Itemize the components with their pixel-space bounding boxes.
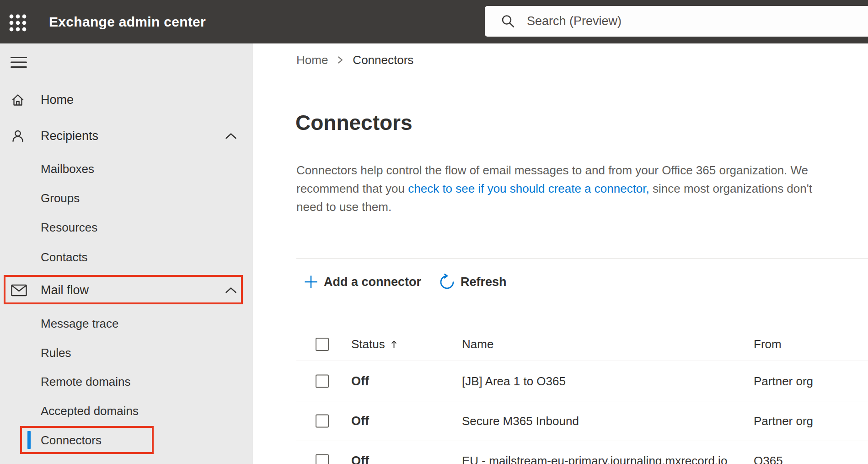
sidebar-item-recipients[interactable]: Recipients xyxy=(0,123,253,149)
sidebar-item-remote-domains[interactable]: Remote domains xyxy=(0,369,253,394)
left-navigation: Home Recipients Mailboxes Groups Reso xyxy=(0,43,253,464)
breadcrumb-home-link[interactable]: Home xyxy=(296,53,328,67)
row-checkbox[interactable] xyxy=(316,454,329,464)
add-connector-button[interactable]: Add a connector xyxy=(304,275,421,289)
chevron-up-icon[interactable] xyxy=(225,287,237,294)
nav-collapse-button[interactable] xyxy=(11,56,29,70)
search-input[interactable]: Search (Preview) xyxy=(485,6,868,37)
cell-from: Partner org xyxy=(754,374,813,388)
column-header-name[interactable]: Name xyxy=(462,337,493,351)
breadcrumb-current: Connectors xyxy=(353,53,413,67)
description-line-2: recommend that you check to see if you s… xyxy=(296,179,868,198)
column-header-from[interactable]: From xyxy=(754,337,782,351)
refresh-icon xyxy=(439,274,455,291)
person-icon xyxy=(11,129,27,143)
toolbar-divider xyxy=(296,258,868,259)
hamburger-icon xyxy=(11,56,27,68)
cell-status: Off xyxy=(351,374,369,388)
home-icon xyxy=(11,92,27,107)
page-description: Connectors help control the flow of emai… xyxy=(296,161,868,216)
search-placeholder: Search (Preview) xyxy=(527,14,622,28)
description-line-1: Connectors help control the flow of emai… xyxy=(296,161,868,179)
sort-ascending-icon xyxy=(390,339,398,349)
selected-item-indicator xyxy=(27,431,31,449)
row-checkbox[interactable] xyxy=(316,415,329,428)
sidebar-item-contacts[interactable]: Contacts xyxy=(0,244,253,270)
waffle-icon xyxy=(8,13,28,33)
sidebar-item-rules[interactable]: Rules xyxy=(0,340,253,366)
sidebar-item-message-trace[interactable]: Message trace xyxy=(0,311,253,336)
description-line-3: need to use them. xyxy=(296,198,868,216)
sidebar-item-mailboxes[interactable]: Mailboxes xyxy=(0,156,253,182)
refresh-button[interactable]: Refresh xyxy=(439,274,507,291)
cell-name: EU - mailstream-eu-primary.journaling.mx… xyxy=(462,454,727,464)
table-row[interactable]: Off Secure M365 Inbound Partner org xyxy=(253,401,868,441)
search-icon xyxy=(500,14,516,29)
cell-from: Partner org xyxy=(754,414,813,428)
sidebar-item-home[interactable]: Home xyxy=(0,87,253,113)
page-title: Connectors xyxy=(295,110,413,135)
chevron-up-icon[interactable] xyxy=(225,133,237,140)
command-bar: Add a connector Refresh xyxy=(304,271,507,293)
app-launcher-button[interactable] xyxy=(8,13,30,33)
table-row[interactable]: Off EU - mailstream-eu-primary.journalin… xyxy=(253,441,868,464)
table-row[interactable]: Off [JB] Area 1 to O365 Partner org xyxy=(253,361,868,401)
top-app-bar: Exchange admin center Search (Preview) xyxy=(0,0,868,43)
main-content: Home Connectors Connectors Connectors he… xyxy=(253,43,868,464)
cell-status: Off xyxy=(351,454,369,464)
table-header-row: Status Name From xyxy=(253,332,868,356)
cell-name: [JB] Area 1 to O365 xyxy=(462,374,566,388)
sidebar-item-groups[interactable]: Groups xyxy=(0,185,253,211)
column-header-status[interactable]: Status xyxy=(351,337,398,351)
breadcrumb: Home Connectors xyxy=(296,53,413,67)
sidebar-item-mail-flow[interactable]: Mail flow xyxy=(0,277,253,303)
exchange-admin-center-screen: Exchange admin center Search (Preview) xyxy=(0,0,868,464)
cell-name: Secure M365 Inbound xyxy=(462,414,579,428)
breadcrumb-chevron-icon xyxy=(337,56,343,64)
plus-icon xyxy=(304,275,318,289)
select-all-checkbox[interactable] xyxy=(316,338,329,351)
mail-icon xyxy=(11,283,27,297)
row-checkbox[interactable] xyxy=(316,374,329,388)
sidebar-item-resources[interactable]: Resources xyxy=(0,215,253,240)
sidebar-item-accepted-domains[interactable]: Accepted domains xyxy=(0,398,253,424)
cell-status: Off xyxy=(351,414,369,428)
app-title: Exchange admin center xyxy=(49,0,206,43)
cell-from: O365 xyxy=(754,454,783,464)
sidebar-item-connectors[interactable]: Connectors xyxy=(0,427,253,453)
create-connector-link[interactable]: check to see if you should create a conn… xyxy=(408,182,649,195)
